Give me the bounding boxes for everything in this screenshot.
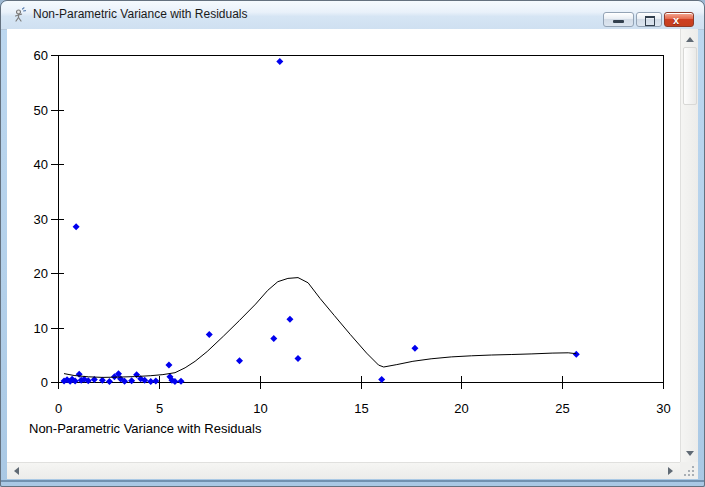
y-tick-label: 40 bbox=[34, 157, 48, 172]
data-point bbox=[152, 377, 159, 384]
data-point bbox=[276, 58, 283, 65]
minimize-button[interactable] bbox=[603, 12, 634, 27]
window-controls: x bbox=[603, 12, 694, 27]
x-axis-label: Non-Parametric Variance with Residuals bbox=[29, 421, 262, 436]
window-icon bbox=[11, 7, 27, 23]
window-title: Non-Parametric Variance with Residuals bbox=[33, 7, 248, 21]
y-tick-label: 0 bbox=[41, 375, 48, 390]
y-tick-label: 20 bbox=[34, 266, 48, 281]
close-icon: x bbox=[673, 14, 679, 26]
data-point bbox=[573, 351, 580, 358]
horizontal-scrollbar[interactable] bbox=[7, 462, 680, 479]
data-point bbox=[411, 345, 418, 352]
plot-frame bbox=[58, 55, 663, 382]
x-tick-label: 10 bbox=[253, 401, 267, 416]
data-point bbox=[294, 355, 301, 362]
resize-grip[interactable] bbox=[680, 462, 698, 479]
data-point bbox=[206, 331, 213, 338]
vertical-scrollbar-thumb[interactable] bbox=[683, 47, 697, 105]
x-tick-label: 0 bbox=[55, 401, 62, 416]
data-point bbox=[128, 377, 135, 384]
x-tick-label: 30 bbox=[656, 401, 670, 416]
x-tick-label: 5 bbox=[156, 401, 163, 416]
x-tick-label: 15 bbox=[354, 401, 368, 416]
y-tick-label: 50 bbox=[34, 103, 48, 118]
data-point bbox=[286, 316, 293, 323]
title-bar[interactable]: Non-Parametric Variance with Residuals x bbox=[1, 1, 704, 30]
plot-window: Non-Parametric Variance with Residuals x… bbox=[0, 0, 705, 487]
scroll-right-icon[interactable] bbox=[668, 467, 673, 475]
nonparametric-variance-fit-line bbox=[64, 278, 576, 378]
data-point bbox=[270, 335, 277, 342]
data-point bbox=[73, 223, 80, 230]
data-point bbox=[178, 378, 185, 385]
vertical-scrollbar[interactable] bbox=[680, 29, 698, 462]
data-point bbox=[165, 362, 172, 369]
maximize-button[interactable] bbox=[636, 12, 662, 27]
x-tick-label: 20 bbox=[454, 401, 468, 416]
close-button[interactable]: x bbox=[664, 12, 694, 27]
y-tick-label: 30 bbox=[34, 212, 48, 227]
x-tick-label: 25 bbox=[555, 401, 569, 416]
y-tick-label: 10 bbox=[34, 321, 48, 336]
data-point bbox=[76, 371, 83, 378]
scroll-down-icon[interactable] bbox=[686, 451, 694, 456]
minimize-icon bbox=[613, 20, 624, 23]
variance-plot-canvas: 0510152025300102030405060Non-Parametric … bbox=[7, 29, 680, 462]
data-point bbox=[236, 357, 243, 364]
y-tick-label: 60 bbox=[34, 48, 48, 63]
resize-grip-icon bbox=[680, 462, 698, 479]
scroll-left-icon[interactable] bbox=[14, 467, 19, 475]
maximize-icon bbox=[645, 16, 655, 26]
data-point bbox=[99, 377, 106, 384]
chart-area: 0510152025300102030405060Non-Parametric … bbox=[7, 29, 680, 462]
scroll-up-icon[interactable] bbox=[686, 37, 694, 42]
data-point bbox=[106, 378, 113, 385]
